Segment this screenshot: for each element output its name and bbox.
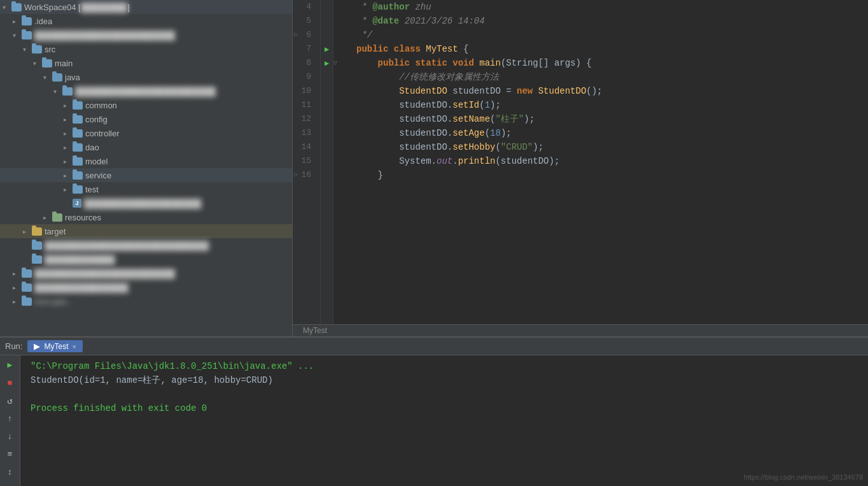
arrow-module: [13, 32, 22, 39]
service-label: service: [85, 171, 111, 180]
java-icon-mytest: J: [73, 199, 81, 208]
gutter-15: [321, 154, 333, 168]
line-numbers: 4 5 ▷6 7 8 9 10 11 12 13 14 15 ▷16: [293, 0, 321, 324]
ln-8: 8: [293, 56, 315, 70]
sidebar-item-common[interactable]: common: [0, 98, 292, 112]
code-line-13: studentDO.setAge(18);: [356, 126, 868, 140]
ln-7: 7: [293, 42, 315, 56]
gutter-10: [321, 84, 333, 98]
sidebar-item-mvn-blurred[interactable]: mvn-pas...: [0, 294, 292, 308]
idea-label: .idea: [34, 17, 52, 26]
run-btn-play[interactable]: ▶: [3, 358, 17, 372]
fg-7: [333, 42, 346, 56]
sidebar-item-module-blurred[interactable]: ████████████████████████: [0, 28, 292, 42]
run-tab-close[interactable]: ×: [72, 343, 76, 350]
folder-icon-dao: [73, 143, 83, 152]
run-arrow-8[interactable]: ▶: [325, 59, 329, 68]
run-btn-wrap[interactable]: ≡: [3, 447, 17, 461]
ln-9: 9: [293, 70, 315, 84]
arrow-workspace: [3, 4, 11, 11]
gutter-8[interactable]: ▶: [321, 56, 333, 70]
folder-icon-config: [73, 115, 83, 124]
ln-15: 15: [293, 154, 315, 168]
ln-4: 4: [293, 0, 315, 14]
gutter: ▶ ▶: [321, 0, 333, 324]
fg-4: [333, 0, 346, 14]
code-area[interactable]: * @author zhu * @date 2021/3/26 14:04 */…: [346, 0, 868, 324]
sidebar-item-model[interactable]: model: [0, 154, 292, 168]
folder-icon-mod1: [22, 269, 32, 278]
arrow-mod1: [13, 270, 22, 277]
fold-gutter: ▽: [333, 0, 346, 324]
sidebar-item-pkg-blurred[interactable]: ████████████████████████: [0, 84, 292, 98]
fg-8[interactable]: ▽: [333, 56, 346, 70]
folder-icon-model: [73, 157, 83, 166]
sidebar: WorkSpace04 [████████] .idea ███████████…: [0, 0, 293, 336]
sidebar-item-mod-blurred1[interactable]: ████████████████████████: [0, 266, 292, 280]
workspace-label: WorkSpace04 [████████]: [24, 3, 130, 12]
run-btn-scroll-down[interactable]: ↓: [3, 429, 17, 443]
gutter-7[interactable]: ▶: [321, 42, 333, 56]
run-btn-sort[interactable]: ↕: [3, 465, 17, 479]
folder-icon-module: [22, 31, 32, 39]
arrow-java: [43, 74, 52, 81]
sidebar-item-target[interactable]: target: [0, 224, 292, 238]
run-arrow-7[interactable]: ▶: [325, 45, 329, 54]
fold-marker-16[interactable]: ▷: [294, 168, 298, 182]
sidebar-item-resources[interactable]: resources: [0, 210, 292, 224]
sidebar-item-java[interactable]: java: [0, 70, 292, 84]
fg-11: [333, 98, 346, 112]
gutter-6: [321, 28, 333, 42]
sidebar-item-workspace[interactable]: WorkSpace04 [████████]: [0, 0, 292, 14]
editor-content: 4 5 ▷6 7 8 9 10 11 12 13 14 15 ▷16: [293, 0, 868, 324]
arrow-service: [64, 172, 73, 179]
mvn-label-blurred: mvn-pas...: [34, 297, 73, 306]
pkg-label-blurred: ████████████████████████: [75, 87, 216, 96]
gutter-9: [321, 70, 333, 84]
sidebar-item-file-blurred1[interactable]: ████████████████████████████: [0, 238, 292, 252]
sidebar-item-config[interactable]: config: [0, 112, 292, 126]
java-label: java: [65, 73, 80, 82]
arrow-mvn: [13, 298, 22, 305]
test-label: test: [85, 185, 99, 194]
code-line-10: StudentDO studentDO = new StudentDO();: [356, 84, 868, 98]
code-line-5: * @date 2021/3/26 14:04: [356, 14, 868, 28]
run-label: Run:: [5, 341, 22, 351]
output-line-1: "C:\Program Files\Java\jdk1.8.0_251\bin\…: [31, 359, 858, 373]
folder-icon-idea: [22, 17, 32, 25]
main-label: main: [55, 59, 73, 68]
common-label: common: [85, 101, 117, 110]
watermark: https://blog.csdn.net/weixin_38134678: [744, 473, 863, 481]
fold-arrow-8[interactable]: ▽: [333, 59, 337, 67]
run-btn-scroll-up[interactable]: ↑: [3, 411, 17, 425]
fg-13: [333, 126, 346, 140]
folder-icon-workspace: [11, 3, 22, 11]
editor: 4 5 ▷6 7 8 9 10 11 12 13 14 15 ▷16: [293, 0, 868, 336]
sidebar-item-mod-blurred2[interactable]: ████████████████: [0, 280, 292, 294]
sidebar-item-controller[interactable]: controller: [0, 126, 292, 140]
sidebar-item-file-blurred2[interactable]: ████████████: [0, 252, 292, 266]
sidebar-item-main[interactable]: main: [0, 56, 292, 70]
arrow-resources: [43, 214, 52, 221]
fold-marker-6[interactable]: ▷: [294, 28, 298, 42]
gutter-13: [321, 126, 333, 140]
sidebar-item-mytest-blurred[interactable]: J ████████████████████: [0, 196, 292, 210]
bottom-panel: Run: ▶ MyTest × ▶ ■ ↺ ↑ ↓ ≡ ↕ "C:\Progra…: [0, 336, 868, 486]
sidebar-item-test[interactable]: test: [0, 182, 292, 196]
ln-10: 10: [293, 84, 315, 98]
arrow-model: [64, 158, 73, 165]
run-btn-stop[interactable]: ■: [3, 376, 17, 390]
code-line-8: public static void main(String[] args) {: [356, 56, 868, 70]
mod-label-blurred1: ████████████████████████: [34, 269, 175, 278]
run-btn-rerun[interactable]: ↺: [3, 394, 17, 408]
gutter-14: [321, 140, 333, 154]
target-label: target: [45, 227, 66, 236]
sidebar-item-dao[interactable]: dao: [0, 140, 292, 154]
run-tab-mytest[interactable]: ▶ MyTest ×: [27, 340, 82, 352]
sidebar-item-service[interactable]: service: [0, 168, 292, 182]
sidebar-item-src[interactable]: src: [0, 42, 292, 56]
gutter-12: [321, 112, 333, 126]
fg-5: [333, 14, 346, 28]
sidebar-item-idea[interactable]: .idea: [0, 14, 292, 28]
ln-6: ▷6: [293, 28, 315, 42]
